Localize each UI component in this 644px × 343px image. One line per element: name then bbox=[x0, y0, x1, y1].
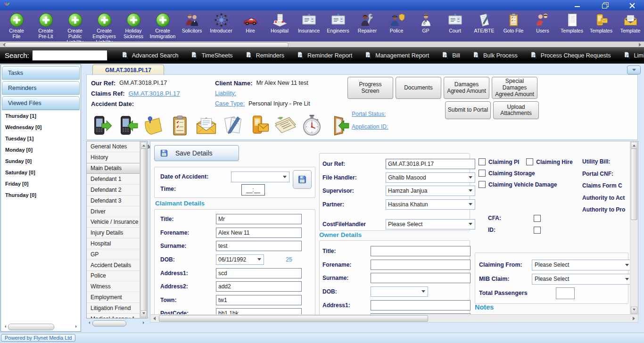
form-field-address1[interactable]: scd bbox=[216, 268, 302, 278]
toolbar-item-create-employers-liability[interactable]: Create Employers Liability bbox=[90, 12, 119, 43]
toolbar-item-template[interactable]: Template bbox=[616, 12, 644, 43]
scroll-up-icon[interactable] bbox=[140, 142, 147, 149]
toolbar-item-templates[interactable]: Templates bbox=[557, 12, 586, 43]
save-details-button[interactable]: Save Details bbox=[154, 145, 239, 161]
nav-item-main-details[interactable]: Main Details bbox=[87, 163, 140, 174]
action-item-reminder[interactable]: Reminder bbox=[168, 108, 192, 144]
action-item-add-note[interactable]: Add Note bbox=[141, 108, 165, 144]
sidebar-day-friday-0[interactable]: Friday [0] bbox=[2, 178, 80, 189]
id-checkbox[interactable] bbox=[534, 227, 541, 234]
action-item-receive-call[interactable]: Receive Call bbox=[115, 108, 139, 144]
toolbar-item-solicitors[interactable]: Solicitors bbox=[177, 12, 206, 43]
case-type-link[interactable]: Case Type: bbox=[215, 100, 245, 107]
sidebar-hscrollbar-thumb[interactable] bbox=[8, 324, 54, 330]
scroll-left-icon[interactable] bbox=[151, 317, 156, 320]
scroll-right-icon[interactable] bbox=[633, 317, 637, 320]
scroll-right-icon[interactable] bbox=[639, 43, 643, 47]
form-field-our-ref[interactable]: GM.AT.3018.PI.17 bbox=[386, 159, 475, 169]
time-input[interactable] bbox=[241, 184, 265, 196]
sidebar-day-wednesday-0[interactable]: Wednesday [0] bbox=[2, 122, 80, 133]
form-field-title[interactable] bbox=[371, 246, 471, 256]
nav-item-employment[interactable]: Employment bbox=[87, 292, 140, 303]
liability-link[interactable]: Liability: bbox=[215, 90, 236, 97]
header-button-special-damages-agreed-amount[interactable]: Special Damages Agreed Amount bbox=[492, 77, 537, 99]
nav-item-defendant-2[interactable]: Defendant 2 bbox=[87, 185, 140, 196]
nav-item-defendant-1[interactable]: Defendant 1 bbox=[87, 174, 140, 185]
nav-item-general-notes[interactable]: General Notes bbox=[87, 141, 140, 152]
action-item-send-sms[interactable]: Send SMS bbox=[247, 108, 271, 144]
form-field-supervisor[interactable]: Hamzah Janjua bbox=[386, 186, 475, 196]
form-field-dob[interactable]: 06/11/1992 bbox=[216, 254, 264, 265]
sidebar-hscrollbar[interactable] bbox=[2, 324, 79, 330]
collapse-button[interactable] bbox=[627, 65, 641, 74]
sidebar-day-monday-0[interactable]: Monday [0] bbox=[2, 144, 80, 155]
scroll-left-icon[interactable] bbox=[3, 325, 6, 328]
nav-item-history[interactable]: History bbox=[87, 152, 140, 163]
form-field-postcode[interactable]: bh1 1hk bbox=[216, 308, 302, 315]
nav-item-witness[interactable]: Witness bbox=[87, 281, 140, 292]
action-item-made-call[interactable]: Made Call bbox=[89, 108, 113, 144]
form-vscrollbar[interactable] bbox=[630, 141, 638, 314]
toolbar-item-insurance[interactable]: Insurance bbox=[294, 12, 323, 43]
form-field-title[interactable]: Mr bbox=[216, 214, 302, 224]
claims-ref-link[interactable]: GM.AT.3018.PI.17 bbox=[129, 90, 180, 97]
form-vscrollbar-thumb[interactable] bbox=[631, 148, 637, 220]
header-button-damages-agreed-amount[interactable]: Damages Agreed Amount bbox=[444, 77, 489, 99]
nav-item-driver[interactable]: Driver bbox=[87, 206, 140, 217]
restore-button[interactable] bbox=[600, 1, 610, 9]
claiming-hire-checkbox[interactable]: Claiming Hire bbox=[526, 158, 572, 165]
close-button[interactable] bbox=[627, 1, 637, 9]
nav-item-litigation-friend[interactable]: Litigation Friend bbox=[87, 303, 140, 314]
form-field-address2[interactable]: add2 bbox=[216, 281, 302, 292]
search-menu-item-reminder-report[interactable]: Reminder Report bbox=[296, 51, 352, 59]
scroll-down-icon[interactable] bbox=[140, 310, 147, 318]
toolbar-item-police[interactable]: Police bbox=[382, 12, 411, 43]
nav-item-gp[interactable]: GP bbox=[87, 249, 140, 260]
nav-item-police[interactable]: Police bbox=[87, 271, 140, 282]
nav-hscrollbar-thumb[interactable] bbox=[92, 320, 126, 327]
nav-item-injury-details[interactable]: Injury Details bbox=[87, 228, 140, 238]
nav-item-medical-agency-1[interactable]: Medical Agency 1 bbox=[87, 314, 140, 318]
sidebar-day-tuesday-1[interactable]: Tuesday [1] bbox=[2, 133, 80, 144]
form-hscrollbar[interactable] bbox=[150, 314, 638, 323]
form-field-town[interactable]: tw1 bbox=[216, 295, 302, 305]
toolbar-item-hire[interactable]: Hire bbox=[236, 12, 265, 43]
search-menu-item-limitation[interactable]: Limitation bbox=[623, 51, 644, 59]
claiming-from-select[interactable]: Please Select bbox=[532, 260, 632, 270]
search-menu-item-timesheets[interactable]: TimeSheets bbox=[190, 51, 232, 59]
mib-claim-select[interactable]: Please Select bbox=[532, 274, 632, 285]
toolbar-item-create-file[interactable]: Create File bbox=[2, 12, 31, 43]
nav-hscrollbar[interactable] bbox=[86, 320, 147, 327]
scroll-down-icon[interactable] bbox=[631, 307, 637, 314]
toolbar-item-create-immigration[interactable]: Create Immigration bbox=[148, 12, 177, 43]
form-field-address1[interactable] bbox=[371, 300, 471, 310]
save-icon-button[interactable] bbox=[293, 170, 312, 189]
form-field-dob[interactable] bbox=[371, 286, 428, 297]
toolbar-item-holiday-sickness[interactable]: Holiday Sickness bbox=[119, 12, 148, 43]
toolbar-item-engineers[interactable]: Engineers bbox=[323, 12, 353, 43]
total-passengers-input[interactable] bbox=[556, 287, 575, 299]
header-button-progress-screen[interactable]: Progress Screen bbox=[347, 77, 393, 99]
form-hscrollbar-thumb[interactable] bbox=[159, 315, 428, 322]
form-field-costfilehandler[interactable]: Please Select bbox=[386, 219, 475, 229]
claiming-storage-checkbox[interactable]: Claiming Storage bbox=[479, 170, 535, 177]
application-id-link[interactable]: Application ID: bbox=[352, 123, 388, 130]
toolbar-item-introducer[interactable]: Introducer bbox=[206, 12, 236, 43]
toolbar-item-gp[interactable]: GP bbox=[411, 12, 440, 43]
header-button-submit-to-portal[interactable]: Submit to Portal bbox=[445, 101, 491, 119]
action-item-time-sheet[interactable]: Time Sheet bbox=[300, 108, 324, 144]
form-field-forename[interactable] bbox=[371, 260, 471, 270]
action-item-request-cheque[interactable]: Request Cheque bbox=[273, 108, 297, 144]
nav-vscrollbar[interactable] bbox=[140, 141, 147, 318]
toolbar-item-users[interactable]: Users bbox=[528, 12, 557, 43]
sidebar-section-reminders[interactable]: Reminders bbox=[2, 81, 80, 95]
form-field-surname[interactable]: test bbox=[216, 241, 302, 251]
nav-item-accident-details[interactable]: Accident Details bbox=[87, 260, 140, 271]
sidebar-day-sunday-0[interactable]: Sunday [0] bbox=[2, 155, 80, 167]
form-field-file-handler[interactable]: Ghalib Masood bbox=[386, 172, 475, 183]
toolbar-item-ate-bte[interactable]: ATE/BTE bbox=[470, 12, 499, 43]
nav-item-hospital[interactable]: Hospital bbox=[87, 238, 140, 249]
toolbar-item-goto-file[interactable]: Goto File bbox=[499, 12, 528, 43]
minimize-button[interactable] bbox=[572, 1, 583, 9]
toolbar-item-repairer[interactable]: Repairer bbox=[353, 12, 382, 43]
